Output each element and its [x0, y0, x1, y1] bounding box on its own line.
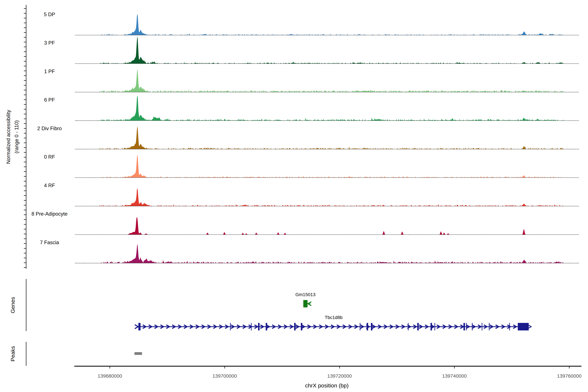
exon-thick: [417, 323, 419, 330]
exon-thick: [294, 323, 296, 330]
strand-arrow-icon: [135, 325, 138, 329]
exon-thin: [489, 323, 490, 330]
track-label: 3 PF: [44, 40, 55, 46]
track-label: 7 Fascia: [40, 240, 59, 245]
peaks-section: Peaks: [10, 342, 142, 366]
gene-tbc1d8b: Tbc1d8b: [135, 315, 531, 330]
gene-body: [303, 300, 308, 308]
exon-thick: [367, 323, 368, 330]
track-5-dp: 5 DP: [44, 12, 579, 35]
track-label: 8 Pre-Adipocyte: [32, 211, 68, 217]
exon-thin: [408, 323, 408, 330]
accessibility-axis-ticks: [24, 8, 26, 268]
gene-name-label: Tbc1d8b: [325, 315, 342, 320]
gene-name-label: Gm15013: [296, 292, 316, 297]
genes-track: Gm15013Tbc1d8b: [135, 292, 531, 330]
x-axis-title: chrX position (bp): [305, 382, 348, 388]
peaks-section-label: Peaks: [10, 346, 16, 362]
x-axis-tick-label: 139680000: [98, 373, 122, 378]
signal-area: [75, 154, 579, 178]
exon-thick: [430, 323, 432, 330]
track-label: 0 RF: [44, 154, 55, 160]
x-axis-tick-label: 139760000: [557, 373, 582, 378]
signal-area: [75, 217, 579, 234]
exon-thick: [258, 323, 260, 330]
track-6-pf: 6 PF: [44, 96, 579, 121]
track-label: 1 PF: [44, 68, 55, 74]
signal-area: [75, 189, 579, 206]
track-label: 4 RF: [44, 182, 55, 188]
genes-section: Genes Gm15013Tbc1d8b: [10, 279, 531, 331]
genes-section-label: Genes: [10, 297, 16, 313]
gene-start-exon: [138, 323, 140, 330]
track-8-pre-adipocyte: 8 Pre-Adipocyte: [32, 211, 579, 235]
y-axis-label-line2: (range 0 - 110): [14, 120, 20, 154]
figure-svg: Normalized accessibility (range 0 - 110)…: [0, 0, 588, 392]
x-axis: 1396800001397000001397200001397400001397…: [74, 366, 582, 388]
exon-thick: [266, 323, 267, 330]
gene-terminal-exon: [518, 323, 529, 330]
exon-thick: [464, 323, 465, 330]
track-label: 5 DP: [44, 12, 55, 17]
strand-arrow-icon: [529, 325, 531, 328]
track-3-pf: 3 PF: [44, 36, 579, 64]
x-axis-tick-label: 139740000: [442, 373, 467, 378]
tracks-group: 5 DP3 PF1 PF6 PF2 Div Fibro0 RF4 RF8 Pre…: [32, 12, 579, 263]
track-4-rf: 4 RF: [44, 182, 579, 206]
track-0-rf: 0 RF: [44, 154, 579, 178]
track-7-fascia: 7 Fascia: [40, 240, 579, 263]
exon-thin: [472, 323, 472, 330]
x-axis-ticks: 1396800001397000001397200001397400001397…: [98, 366, 582, 378]
signal-area: [75, 126, 579, 149]
peaks-track: [134, 352, 142, 355]
track-label: 6 PF: [44, 97, 55, 103]
accessibility-axis: Normalized accessibility (range 0 - 110): [6, 5, 26, 269]
exon-thin: [466, 323, 467, 330]
signal-area: [75, 14, 579, 35]
signal-area: [75, 36, 579, 64]
track-label: 2 Div Fibro: [37, 126, 62, 131]
exon-thin: [251, 323, 252, 330]
exon-thin: [230, 323, 231, 330]
gene-gm15013: Gm15013: [296, 292, 316, 308]
x-axis-tick-label: 139700000: [212, 373, 237, 378]
track-2-div-fibro: 2 Div Fibro: [37, 126, 579, 149]
exon-thin: [509, 323, 510, 330]
y-axis-label-line1: Normalized accessibility: [6, 110, 11, 164]
genome-browser-figure: Normalized accessibility (range 0 - 110)…: [0, 0, 588, 392]
exon-thin: [482, 323, 482, 330]
signal-area: [75, 96, 579, 121]
signal-area: [75, 69, 579, 92]
exon-thick: [371, 323, 372, 330]
exon-thin: [434, 323, 435, 330]
track-1-pf: 1 PF: [44, 68, 579, 92]
signal-area: [75, 244, 579, 263]
x-axis-tick-label: 139720000: [327, 373, 352, 378]
exon-thick: [301, 323, 302, 330]
exon-thin: [360, 323, 360, 330]
peak-region: [134, 352, 142, 355]
